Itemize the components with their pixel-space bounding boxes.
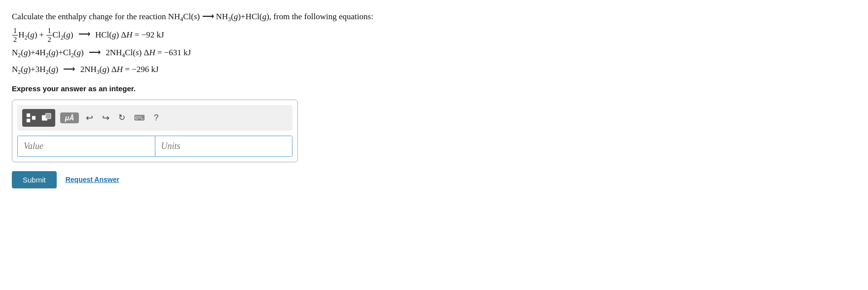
svg-rect-4 <box>45 113 51 118</box>
template-icon-1[interactable] <box>24 111 38 125</box>
template-button-group[interactable] <box>22 109 55 127</box>
instruction-label: Express your answer as an integer. <box>12 84 856 93</box>
request-answer-link[interactable]: Request Answer <box>66 176 119 183</box>
equation-1: 12H2(g) + 12Cl2(g) ⟶ HCl(g) ΔH = −92 kJ <box>12 27 856 44</box>
template-icon-2[interactable] <box>39 111 53 125</box>
reset-icon[interactable]: ↻ <box>116 111 127 124</box>
svg-rect-0 <box>27 113 30 116</box>
input-row <box>17 136 292 157</box>
units-input[interactable] <box>155 136 292 156</box>
equation-2: N2(g)+4H2(g)+Cl2(g) ⟶ 2NH4Cl(s) ΔH = −63… <box>12 46 856 61</box>
svg-rect-2 <box>32 116 36 119</box>
intro-line: Calculate the enthalpy change for the re… <box>12 10 856 25</box>
problem-text: Calculate the enthalpy change for the re… <box>12 10 856 77</box>
mu-button[interactable]: μÅ <box>60 112 79 123</box>
equation-3: N2(g)+3H2(g) ⟶ 2NH3(g) ΔH = −296 kJ <box>12 63 856 77</box>
answer-box: μÅ ↩ ↪ ↻ ⌨ ? <box>12 100 298 162</box>
redo-icon[interactable]: ↪ <box>100 111 111 124</box>
submit-button[interactable]: Submit <box>12 171 57 188</box>
button-row: Submit Request Answer <box>12 171 856 188</box>
svg-rect-1 <box>27 118 30 122</box>
undo-icon[interactable]: ↩ <box>84 111 95 124</box>
toolbar: μÅ ↩ ↪ ↻ ⌨ ? <box>17 105 292 131</box>
keyboard-icon[interactable]: ⌨ <box>132 112 147 123</box>
help-icon[interactable]: ? <box>152 112 160 124</box>
value-input[interactable] <box>18 136 155 156</box>
problem-container: Calculate the enthalpy change for the re… <box>12 10 856 188</box>
